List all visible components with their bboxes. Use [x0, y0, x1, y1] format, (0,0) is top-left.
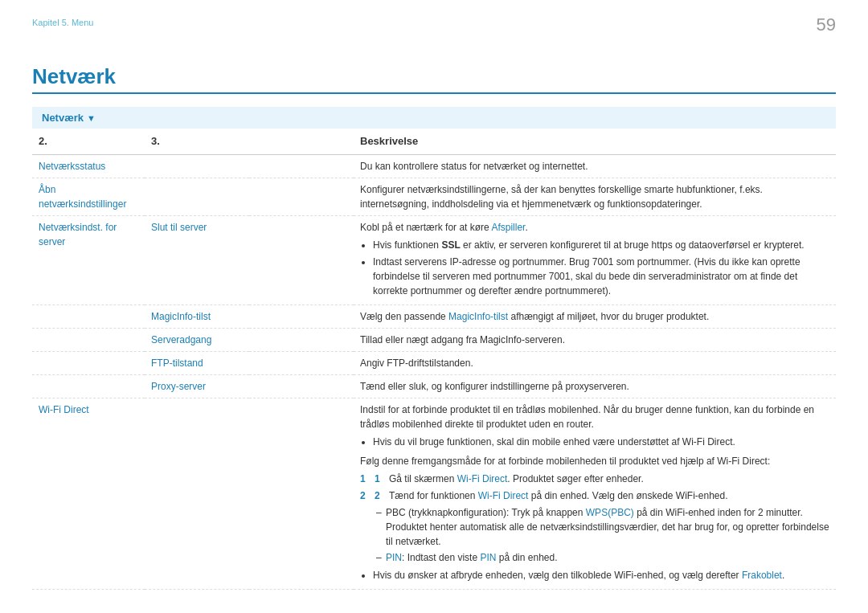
- wifi-direct-step2-link[interactable]: Wi-Fi Direct: [478, 490, 529, 501]
- ftp-tilstand-desc: Angiv FTP-driftstilstanden.: [354, 351, 836, 374]
- wifi-direct-procedure-intro: Følg denne fremgangsmåde for at forbinde…: [360, 454, 829, 468]
- wps-pbc-link[interactable]: WPS(PBC): [586, 507, 634, 518]
- col-desc-header: Beskrivelse: [354, 129, 836, 154]
- frakoblet-link[interactable]: Frakoblet: [742, 570, 782, 581]
- pin-link2[interactable]: PIN: [480, 552, 496, 563]
- wifi-direct-bullets: Hvis du vil bruge funktionen, skal din m…: [373, 435, 829, 449]
- title-divider: [32, 92, 836, 94]
- proxy-server-desc: Tænd eller sluk, og konfigurer indstilli…: [354, 374, 836, 398]
- list-item: PBC (trykknapkonfiguration): Tryk på kna…: [376, 505, 829, 549]
- ftp-tilstand-link[interactable]: FTP-tilstand: [151, 358, 203, 369]
- column-headers: 2. 3. Beskrivelse: [32, 129, 836, 154]
- wifi-direct-steps: 1Gå til skærmen Wi-Fi Direct. Produktet …: [360, 472, 829, 503]
- serveradgang-link[interactable]: Serveradgang: [151, 334, 211, 345]
- proxy-server-link[interactable]: Proxy-server: [151, 381, 206, 392]
- step-item: 2Tænd for funktionen Wi-Fi Direct på din…: [360, 488, 829, 503]
- table-row: MagicInfo-tilst Vælg den passende MagicI…: [32, 304, 836, 328]
- serveradgang-desc: Tillad eller nægt adgang fra MagicInfo-s…: [354, 328, 836, 351]
- list-item: Hvis du ønsker at afbryde enheden, vælg …: [373, 568, 829, 582]
- magicinfo-tilst-link[interactable]: MagicInfo-tilst: [151, 311, 211, 322]
- table-row: Wi-Fi Direct Indstil for at forbinde pro…: [32, 398, 836, 589]
- list-item: Hvis funktionen SSL er aktiv, er servere…: [373, 238, 829, 252]
- abn-netvaerk-link[interactable]: Åbnnetværksindstillinger: [39, 184, 126, 210]
- netvaerksstatus-link[interactable]: Netværksstatus: [39, 161, 105, 172]
- netvaerksindst-server-link[interactable]: Netværksindst. for server: [39, 222, 117, 247]
- abn-netvaerk-desc: Konfigurer netværksindstillingerne, så d…: [354, 178, 836, 215]
- step-item: 1Gå til skærmen Wi-Fi Direct. Produktet …: [360, 472, 829, 486]
- list-item: Indtast serverens IP-adresse og portnumm…: [373, 255, 829, 298]
- wifi-direct-sub-bullets: PBC (trykknapkonfiguration): Tryk på kna…: [376, 505, 829, 565]
- pin-link1[interactable]: PIN: [386, 552, 402, 563]
- wifi-direct-desc: Indstil for at forbinde produktet til en…: [354, 398, 836, 589]
- table-row: Netværksindst. for server Slut til serve…: [32, 215, 836, 304]
- slut-til-server-link[interactable]: Slut til server: [151, 222, 207, 233]
- section-header: Netværk ▼: [32, 107, 836, 129]
- table-row: Serveradgang Tillad eller nægt adgang fr…: [32, 328, 836, 351]
- chapter-label: Kapitel 5. Menu: [32, 18, 93, 27]
- wifi-direct-link[interactable]: Wi-Fi Direct: [39, 404, 89, 415]
- wifi-direct-final-bullets: Hvis du ønsker at afbryde enheden, vælg …: [373, 568, 829, 582]
- col1-header: 2.: [32, 129, 145, 154]
- magicinfo-tilst-inline-link[interactable]: MagicInfo-tilst: [448, 311, 508, 322]
- section-header-label: Netværk: [42, 112, 84, 124]
- col3-header: [249, 129, 354, 154]
- table-row: Åbnnetværksindstillinger Konfigurer netv…: [32, 178, 836, 215]
- dropdown-arrow-icon: ▼: [87, 113, 96, 123]
- content-table: 2. 3. Beskrivelse Netværksstatus Du kan …: [32, 129, 836, 590]
- magicinfo-tilst-desc: Vælg den passende MagicInfo-tilst afhæng…: [354, 304, 836, 328]
- page-title: Netværk: [32, 64, 836, 89]
- list-item: PIN: Indtast den viste PIN på din enhed.: [376, 550, 829, 565]
- page-number: 59: [817, 14, 836, 35]
- slut-til-server-bullets: Hvis funktionen SSL er aktiv, er servere…: [373, 238, 829, 298]
- table-row: FTP-tilstand Angiv FTP-driftstilstanden.: [32, 351, 836, 374]
- wifi-direct-step1-link[interactable]: Wi-Fi Direct: [457, 473, 508, 484]
- slut-til-server-desc: Kobl på et nærtærk for at køre Afspiller…: [354, 215, 836, 304]
- wifi-direct-intro: Indstil for at forbinde produktet til en…: [360, 404, 814, 430]
- netvaerksstatus-desc: Du kan kontrollere status for netværket …: [354, 154, 836, 178]
- table-row: Netværksstatus Du kan kontrollere status…: [32, 154, 836, 178]
- table-row: Proxy-server Tænd eller sluk, og konfigu…: [32, 374, 836, 398]
- col2-header: 3.: [145, 129, 249, 154]
- afspiller-link[interactable]: Afspiller: [491, 222, 525, 233]
- list-item: Hvis du vil bruge funktionen, skal din m…: [373, 435, 829, 449]
